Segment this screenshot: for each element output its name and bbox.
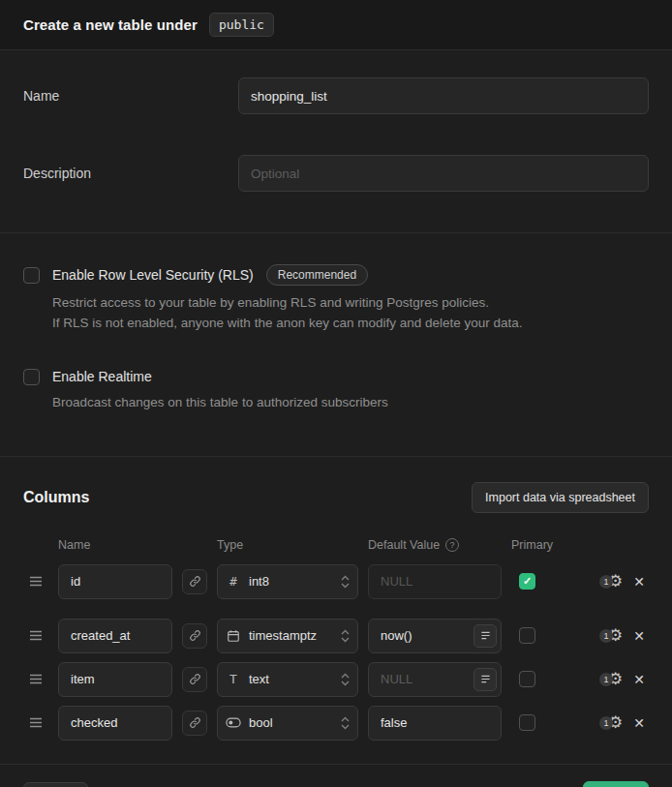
letter-t-icon: T (226, 672, 241, 686)
foreign-key-link-icon[interactable] (182, 569, 207, 594)
column-settings-gear-icon[interactable]: 1 (599, 573, 623, 590)
drag-handle-icon[interactable] (23, 674, 48, 684)
column-name-input[interactable] (58, 564, 172, 599)
default-value-cell (368, 662, 502, 697)
remove-column-icon[interactable] (631, 713, 647, 733)
help-icon[interactable] (445, 538, 459, 552)
dialog-header: Create a new table under public (0, 0, 672, 50)
columns-rows: # int8 ✓ 1 (23, 564, 649, 741)
column-type-value: text (249, 672, 333, 686)
hash-icon: # (226, 574, 241, 589)
remove-column-icon[interactable] (631, 670, 647, 689)
rls-description: Restrict access to your table by enablin… (52, 293, 649, 334)
primary-checkbox[interactable] (519, 627, 535, 644)
foreign-key-link-icon[interactable] (182, 711, 207, 736)
realtime-description: Broadcast changes on this table to autho… (52, 393, 649, 413)
dialog-title: Create a new table under (23, 16, 198, 33)
schema-badge: public (209, 13, 274, 37)
description-label: Description (23, 166, 238, 181)
column-row: bool 1 (23, 706, 649, 741)
drag-handle-icon[interactable] (23, 576, 48, 587)
select-chevrons-icon (341, 629, 350, 643)
column-type-select[interactable]: timestamptz (217, 619, 358, 653)
recommended-badge: Recommended (266, 264, 368, 286)
save-button[interactable]: Save (583, 781, 649, 787)
realtime-label: Enable Realtime (52, 369, 152, 384)
column-settings-gear-icon[interactable]: 1 (599, 671, 623, 687)
realtime-block: Enable Realtime Broadcast changes on thi… (23, 369, 649, 413)
foreign-key-link-icon[interactable] (182, 623, 207, 649)
settings-count-badge: 1 (599, 673, 613, 686)
column-type-value: int8 (249, 574, 333, 589)
column-settings-gear-icon[interactable]: 1 (599, 627, 623, 644)
column-type-select[interactable]: T text (217, 662, 358, 697)
rls-block: Enable Row Level Security (RLS) Recommen… (23, 264, 649, 334)
default-value-cell (368, 619, 502, 653)
columns-section: Columns Import data via spreadsheet Name… (0, 457, 672, 765)
drag-handle-icon[interactable] (23, 630, 48, 641)
default-value-input[interactable] (368, 564, 502, 599)
primary-checkbox[interactable] (519, 714, 535, 731)
cancel-button[interactable]: Cancel (23, 782, 88, 787)
column-row: T text 1 (23, 662, 649, 697)
realtime-checkbox[interactable] (23, 369, 40, 385)
primary-checkbox[interactable] (519, 671, 535, 687)
name-label: Name (23, 88, 238, 104)
default-suggestions-icon[interactable] (473, 624, 497, 648)
select-chevrons-icon (341, 716, 350, 730)
column-name-input[interactable] (58, 619, 172, 653)
default-value-input[interactable] (368, 706, 502, 741)
create-table-dialog: Create a new table under public Name Des… (0, 0, 672, 787)
select-chevrons-icon (341, 575, 350, 589)
dialog-footer: Cancel Save (0, 765, 672, 787)
columns-table-header: Name Type Default Value Primary (23, 538, 649, 552)
rls-label: Enable Row Level Security (RLS) (52, 267, 254, 283)
default-value-cell (368, 564, 502, 599)
options-section: Enable Row Level Security (RLS) Recommen… (0, 233, 672, 457)
drag-handle-icon[interactable] (23, 717, 48, 728)
import-spreadsheet-button[interactable]: Import data via spreadsheet (472, 482, 649, 513)
header-primary: Primary (511, 538, 554, 552)
settings-count-badge: 1 (599, 716, 613, 730)
default-value-cell (368, 706, 502, 741)
header-default-value: Default Value (368, 538, 440, 552)
foreign-key-link-icon[interactable] (182, 667, 207, 692)
remove-column-icon[interactable] (631, 626, 647, 646)
column-type-value: bool (249, 715, 333, 730)
default-suggestions-icon[interactable] (473, 668, 497, 691)
column-settings-gear-icon[interactable]: 1 (599, 714, 623, 731)
table-info-section: Name Description (0, 50, 672, 233)
header-name: Name (58, 538, 172, 552)
settings-count-badge: 1 (599, 629, 613, 643)
column-row: # int8 ✓ 1 (23, 564, 649, 599)
remove-column-icon[interactable] (631, 572, 647, 591)
calendar-icon (226, 629, 241, 643)
column-name-input[interactable] (58, 706, 172, 741)
toggle-icon (226, 717, 241, 728)
header-type: Type (217, 538, 358, 552)
select-chevrons-icon (341, 673, 350, 686)
rls-checkbox[interactable] (23, 267, 40, 284)
settings-count-badge: 1 (599, 575, 613, 589)
column-type-value: timestamptz (249, 628, 333, 643)
column-row: timestamptz 1 (23, 619, 649, 653)
table-name-input[interactable] (238, 77, 649, 114)
primary-checkbox[interactable]: ✓ (519, 573, 535, 590)
column-name-input[interactable] (58, 662, 172, 697)
column-type-select[interactable]: bool (217, 706, 358, 741)
table-description-input[interactable] (238, 155, 649, 192)
column-type-select[interactable]: # int8 (217, 564, 358, 599)
columns-title: Columns (23, 489, 89, 506)
